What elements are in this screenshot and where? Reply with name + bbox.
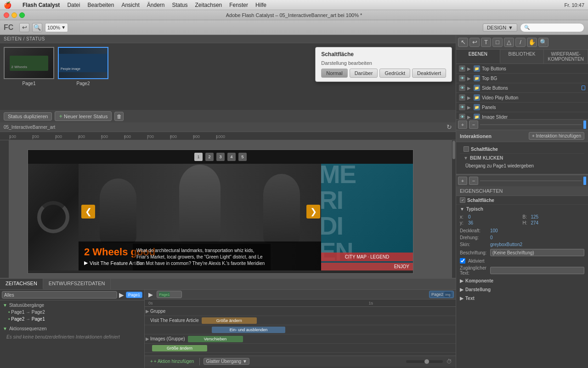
duplicate-status-button[interactable]: Status duplizieren: [4, 112, 52, 121]
typisch-section[interactable]: ▼Typisch: [456, 205, 588, 213]
tab-ebenen[interactable]: EBENEN: [456, 50, 500, 63]
add-interaction-button[interactable]: + Interaktion hinzufügen: [529, 132, 584, 140]
close-button[interactable]: [4, 12, 9, 18]
zoom-tool[interactable]: 🔍: [538, 38, 548, 47]
images-expand[interactable]: ▶: [146, 336, 149, 341]
block-einausblenden[interactable]: Ein- und ausblenden: [212, 327, 285, 333]
layer-video-play[interactable]: 👁 ▶ 📁 Video Play Button: [456, 93, 588, 103]
menu-fenster[interactable]: Fenster: [229, 2, 248, 8]
text-tool[interactable]: T: [481, 38, 491, 47]
beschriftung-input[interactable]: [490, 249, 584, 256]
pen-tool[interactable]: /: [515, 38, 526, 47]
zuganglicher-input[interactable]: [490, 267, 584, 274]
expand-top-buttons[interactable]: ▶: [467, 66, 472, 71]
banner-dot-2[interactable]: 2: [205, 153, 214, 161]
timeline-play-ctrl[interactable]: ▶: [147, 291, 155, 298]
menu-status[interactable]: Status: [172, 2, 188, 8]
timeline-play-button[interactable]: ▶: [119, 291, 124, 299]
undo-button[interactable]: ↩: [19, 23, 29, 32]
layers-delete-btn[interactable]: −: [469, 121, 478, 129]
eye-icon-top-bg[interactable]: 👁: [459, 75, 465, 81]
banner-dot-3[interactable]: 3: [216, 153, 225, 161]
canvas-inner[interactable]: 1 2 3 4 5: [9, 140, 452, 278]
skin-value[interactable]: greyboxButton2: [490, 242, 522, 247]
zoom-input[interactable]: 100%▼: [45, 23, 68, 32]
block-grosse-1[interactable]: Größe ändern: [202, 317, 257, 324]
komponente-section[interactable]: ▶Komponente: [456, 276, 588, 285]
canvas-vscrollbar-thumb[interactable]: [452, 141, 455, 159]
layer-image-slider[interactable]: 👁 ▶ 📁 Image Slider: [456, 112, 588, 119]
page2-thumbnail[interactable]: People image: [58, 47, 108, 79]
action-sequences-header[interactable]: ▼ Aktionssequenzen: [3, 325, 141, 332]
eye-icon-side-buttons[interactable]: 👁: [459, 85, 465, 91]
canvas-vscrollbar[interactable]: [452, 140, 456, 278]
panel-resize-handle[interactable]: [583, 121, 586, 129]
interactions-delete-btn[interactable]: −: [469, 177, 478, 185]
darstellung-section[interactable]: ▶Darstellung: [456, 285, 588, 294]
canvas-hscrollbar[interactable]: [0, 278, 456, 278]
beim-klicken-label[interactable]: ▼ BEIM KLICKEN: [464, 155, 581, 161]
maximize-button[interactable]: [19, 12, 25, 18]
timeline-filter-input[interactable]: [2, 291, 117, 299]
page1-thumbnail[interactable]: 2 Wheels: [4, 47, 54, 79]
layer-side-buttons[interactable]: 👁 ▶ 📁 Side Buttons: [456, 83, 588, 93]
transition-select[interactable]: Glatter Übergang ▼: [204, 358, 249, 365]
popup-btn-gedruckt[interactable]: Gedrückt: [379, 69, 410, 78]
eye-icon-top-buttons[interactable]: 👁: [459, 65, 465, 72]
tab-zeitachsen[interactable]: ZEITACHSEN: [0, 279, 43, 289]
expand-top-bg[interactable]: ▶: [467, 76, 472, 81]
menu-ansicht[interactable]: Ansicht: [121, 2, 139, 8]
transition-page2-page1[interactable]: • Page2 → Page1: [3, 316, 141, 322]
page-thumb-page2[interactable]: People image Page2: [58, 47, 108, 86]
eye-icon-image-slider[interactable]: 👁: [459, 114, 465, 119]
delete-status-button[interactable]: 🗑: [114, 112, 124, 121]
timeline-zoom-slider[interactable]: [406, 360, 443, 363]
hand-tool[interactable]: ✋: [527, 38, 537, 47]
undo-tool[interactable]: ↩: [469, 38, 480, 47]
transition-page1-page2[interactable]: • Page1 → Page2: [3, 309, 141, 316]
menu-andern[interactable]: Ändern: [147, 2, 165, 8]
menu-datei[interactable]: Datei: [67, 2, 80, 8]
shape-tool[interactable]: △: [504, 38, 514, 47]
popup-btn-deaktiviert[interactable]: Deaktiviert: [412, 69, 446, 78]
drehung-value[interactable]: 0: [490, 235, 493, 240]
new-empty-status-button[interactable]: +Neuer leerer Status: [55, 111, 112, 121]
layer-panels[interactable]: 👁 ▶ 📁 Panels: [456, 103, 588, 112]
banner-dot-1[interactable]: 1: [194, 153, 203, 161]
field-x-value[interactable]: 0: [468, 214, 471, 219]
canvas-refresh-icon[interactable]: ↻: [447, 123, 452, 131]
layer-top-buttons[interactable]: 👁 ▶ 📁 Top Buttons: [456, 64, 588, 74]
eye-icon-panels[interactable]: 👁: [459, 104, 465, 110]
interactions-resize[interactable]: [583, 177, 586, 185]
banner-dot-4[interactable]: 4: [227, 153, 236, 161]
block-grosse-2[interactable]: Größe ändern: [152, 345, 207, 351]
expand-video-play[interactable]: ▶: [467, 95, 472, 100]
zoom-button[interactable]: 🔍: [32, 23, 42, 32]
banner-arrow-left[interactable]: ❮: [81, 205, 95, 218]
field-y-value[interactable]: 36: [468, 220, 473, 225]
search-box[interactable]: 🔍: [520, 23, 584, 32]
add-action-button[interactable]: + + Aktion hinzufügen: [148, 358, 196, 365]
minimize-button[interactable]: [11, 12, 17, 18]
interactions-add-btn[interactable]: +: [458, 177, 467, 185]
menu-hilfe[interactable]: Hilfe: [255, 2, 266, 8]
field-h-value[interactable]: 274: [531, 220, 539, 225]
select-tool[interactable]: ↖: [458, 38, 468, 47]
expand-image-slider[interactable]: ▶: [467, 115, 472, 120]
page-thumb-page1[interactable]: 2 Wheels Page1: [4, 47, 54, 86]
tab-wireframe[interactable]: WIREFRAME-KOMPONENTEN: [544, 50, 588, 63]
status-transitions-header[interactable]: ▼ Statusübergänge: [3, 302, 141, 309]
eigenschaften-checkbox[interactable]: [460, 197, 465, 203]
expand-panels[interactable]: ▶: [467, 105, 472, 110]
banner-dot-5[interactable]: 5: [238, 153, 247, 161]
field-b-value[interactable]: 125: [531, 214, 539, 219]
design-mode-button[interactable]: DESIGN▼: [483, 23, 517, 32]
tab-bibliothek[interactable]: BIBLIOTHEK: [500, 50, 544, 63]
menu-bearbeiten[interactable]: Bearbeiten: [87, 2, 114, 8]
rect-tool[interactable]: □: [492, 38, 503, 47]
tab-entwurfszeitdaten[interactable]: ENTWURFSZEITDATEN: [43, 279, 111, 289]
eye-icon-video-play[interactable]: 👁: [459, 94, 465, 101]
menu-zeitachsen[interactable]: Zeitachsen: [195, 2, 222, 8]
apple-menu[interactable]: 🍎: [4, 1, 11, 9]
block-verschieben[interactable]: Verschieben: [188, 336, 243, 342]
